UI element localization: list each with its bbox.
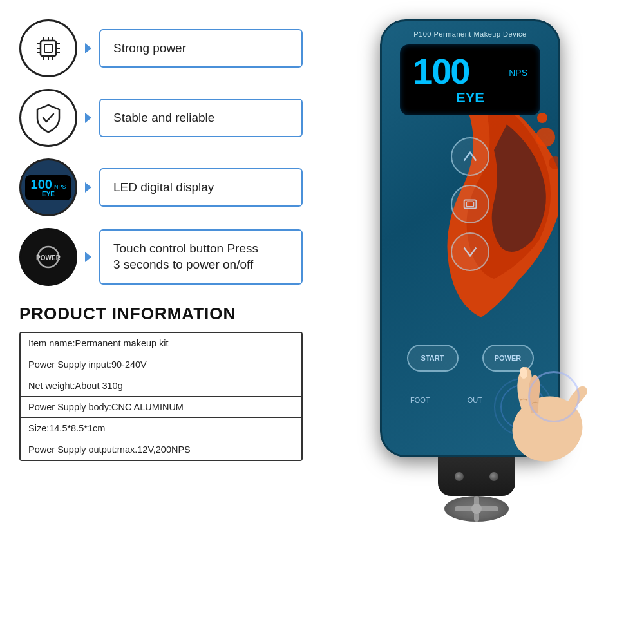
chip-icon-circle bbox=[19, 19, 77, 77]
stable-reliable-text: Stable and reliable bbox=[113, 110, 214, 126]
lcd-nps: NPS bbox=[509, 68, 527, 78]
up-arrow-icon bbox=[461, 147, 479, 166]
stand-cross-icon bbox=[451, 496, 502, 522]
finger-highlight-circle bbox=[528, 371, 580, 422]
info-row-power-input: Power Supply input:90-240V bbox=[21, 354, 301, 375]
down-button[interactable] bbox=[451, 232, 489, 271]
strong-power-box: Strong power bbox=[99, 29, 303, 68]
foot-port-label: FOOT bbox=[410, 396, 430, 404]
led-display-text: LED digital display bbox=[113, 180, 214, 196]
product-information-section: PRODUCT INFORMATION Item name:Permanent … bbox=[19, 304, 303, 461]
info-row-power-output: Power Supply output:max.12V,200NPS bbox=[21, 439, 301, 460]
down-arrow-icon bbox=[461, 243, 479, 261]
led-mini-display: 100 NPS EYE bbox=[25, 175, 71, 200]
feature-strong-power: Strong power bbox=[19, 19, 303, 77]
lcd-screen: 100 NPS EYE bbox=[400, 44, 540, 115]
svg-rect-19 bbox=[464, 200, 477, 208]
stand-knobs bbox=[455, 472, 498, 481]
arrow-right-icon-3 bbox=[85, 182, 91, 193]
touch-control-box: Touch control button Press3 seconds to p… bbox=[99, 229, 303, 284]
info-row-size: Size:14.5*8.5*1cm bbox=[21, 418, 301, 439]
led-icon-circle: 100 NPS EYE bbox=[19, 158, 77, 216]
arrow-right-icon bbox=[85, 43, 91, 53]
up-button[interactable] bbox=[451, 137, 489, 176]
feature-stable-reliable: Stable and reliable bbox=[19, 89, 303, 147]
arrow-right-icon-2 bbox=[85, 113, 91, 123]
shield-icon-circle bbox=[19, 89, 77, 147]
hand-pointing bbox=[496, 339, 599, 470]
left-panel: Strong power Stable and reliable 100 NPS… bbox=[0, 0, 316, 644]
lcd-mode: EYE bbox=[456, 90, 484, 106]
power-icon-circle: POWER bbox=[19, 228, 77, 286]
mode-button[interactable] bbox=[451, 185, 489, 223]
power-icon: POWER bbox=[32, 241, 64, 273]
stand-base bbox=[444, 496, 509, 522]
svg-rect-20 bbox=[466, 202, 473, 206]
stand-knob-left bbox=[455, 472, 464, 481]
start-button[interactable]: START bbox=[407, 345, 459, 372]
info-row-net-weight: Net weight:About 310g bbox=[21, 375, 301, 397]
feature-led-display: 100 NPS EYE LED digital display bbox=[19, 158, 303, 216]
svg-rect-1 bbox=[44, 44, 52, 52]
led-display-box: LED digital display bbox=[99, 168, 303, 207]
product-info-title: PRODUCT INFORMATION bbox=[19, 304, 303, 324]
lcd-number: 100 bbox=[413, 53, 469, 90]
chip-icon bbox=[32, 32, 64, 64]
stable-reliable-box: Stable and reliable bbox=[99, 99, 303, 138]
touch-control-text: Touch control button Press3 seconds to p… bbox=[113, 241, 258, 272]
info-row-power-body: Power Supply body:CNC ALUMINUM bbox=[21, 397, 301, 418]
arrow-right-icon-4 bbox=[85, 252, 91, 262]
svg-point-18 bbox=[537, 113, 547, 123]
device-wrapper: P100 Permanent Makeup Device 100 NPS EYE bbox=[380, 19, 573, 522]
svg-text:POWER: POWER bbox=[36, 254, 61, 261]
shield-check-icon bbox=[32, 102, 64, 134]
mode-icon bbox=[461, 195, 479, 213]
svg-point-24 bbox=[471, 504, 482, 514]
control-buttons-area bbox=[382, 137, 558, 271]
stand-knob-right bbox=[489, 472, 498, 481]
device-label: P100 Permanent Makeup Device bbox=[382, 30, 558, 38]
out-port-label: OUT bbox=[468, 396, 482, 404]
info-row-item-name: Item name:Permanent makeup kit bbox=[21, 333, 301, 354]
product-info-table: Item name:Permanent makeup kit Power Sup… bbox=[19, 332, 303, 461]
feature-touch-control: POWER Touch control button Press3 second… bbox=[19, 228, 303, 286]
right-panel: P100 Permanent Makeup Device 100 NPS EYE bbox=[316, 0, 644, 644]
svg-rect-0 bbox=[41, 41, 56, 56]
strong-power-text: Strong power bbox=[113, 41, 186, 57]
